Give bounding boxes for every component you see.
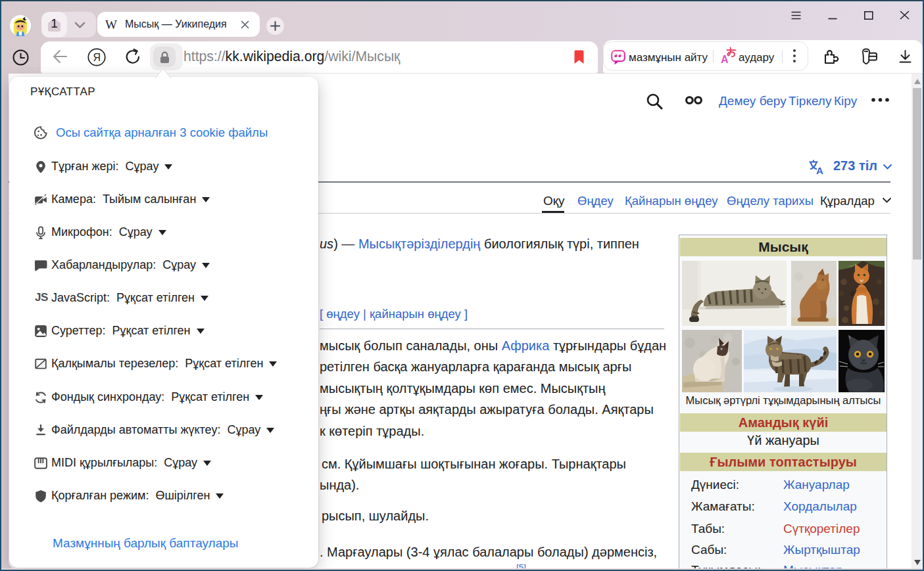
svg-text:W: W	[105, 19, 117, 30]
svg-text:A: A	[816, 165, 823, 175]
svg-text:Я: Я	[93, 52, 101, 63]
